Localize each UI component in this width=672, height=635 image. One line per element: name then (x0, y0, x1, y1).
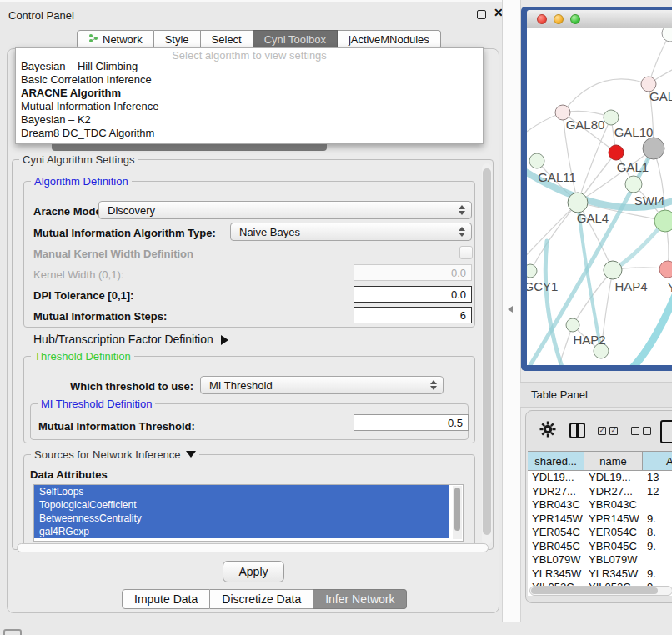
float-window-icon[interactable] (477, 10, 486, 19)
threshold-definition-title: Threshold Definition (31, 350, 134, 362)
table-cell: YDL19... (528, 471, 584, 485)
network-node[interactable] (609, 145, 624, 160)
algorithm-option[interactable]: Basic Correlation Inference (19, 73, 479, 87)
apply-button[interactable]: Apply (223, 561, 284, 582)
mi-steps-input[interactable] (354, 307, 472, 323)
which-threshold-label: Which threshold to use: (70, 380, 193, 392)
algorithm-option[interactable]: Dream8 DC_TDC Algorithm (19, 127, 479, 140)
network-icon (88, 33, 98, 46)
network-node[interactable] (643, 138, 664, 159)
table-row[interactable]: YBR045CYBR045C9. (528, 540, 672, 554)
algorithm-option[interactable]: Bayesian – K2 (19, 113, 479, 127)
sources-title[interactable]: Sources for Network Inference (31, 448, 199, 461)
mi-threshold-input[interactable] (354, 414, 469, 431)
checked-box-icon[interactable]: ✓ (609, 427, 618, 435)
attribute-item[interactable]: gal4RGexp (34, 525, 449, 538)
attributes-scrollbar-track[interactable] (453, 486, 462, 539)
table-cell: YPR145W (584, 512, 643, 527)
network-node[interactable] (527, 264, 537, 278)
table-row[interactable]: YDL19...YDL19...13 (528, 471, 672, 485)
gear-icon[interactable] (539, 421, 556, 441)
node-label: Y (668, 280, 672, 294)
tab-discretize-data[interactable]: Discretize Data (210, 589, 313, 609)
data-attributes-list[interactable]: SelfLoopsTopologicalCoefficientBetweenne… (33, 484, 464, 542)
table-cell: YDR27... (584, 485, 643, 499)
network-node[interactable] (568, 192, 588, 212)
node-label: HAP4 (614, 279, 647, 293)
tab-select[interactable]: Select (201, 30, 253, 49)
tab-impute-data[interactable]: Impute Data (122, 589, 210, 609)
attribute-item[interactable]: SelfLoops (34, 485, 449, 498)
page-icon[interactable] (660, 420, 672, 443)
zoom-button[interactable] (570, 14, 580, 24)
aracne-mode-select[interactable]: Discovery (98, 201, 472, 219)
network-canvas[interactable]: GALGAL80GAL10GAL1GAL11SWI4GAL4GCY1HAP4YH… (527, 28, 672, 365)
close-button[interactable] (537, 14, 547, 24)
table-panel-titlebar: Table Panel (520, 382, 672, 408)
settings-scrollbar-thumb[interactable] (483, 168, 491, 535)
table-row[interactable]: YBL079WYBL079W (528, 553, 672, 568)
network-node[interactable] (529, 153, 544, 168)
network-node[interactable] (604, 261, 622, 279)
table-cell: YBL079W (584, 553, 643, 568)
settings-horizontal-scrollbar[interactable] (17, 543, 489, 552)
table-column-header[interactable]: shared... (528, 452, 584, 470)
unchecked-box-icon[interactable] (631, 427, 639, 435)
which-threshold-select[interactable]: MI Threshold (200, 376, 444, 394)
network-node[interactable] (662, 28, 672, 42)
network-edge[interactable] (630, 295, 672, 365)
network-graph[interactable]: GALGAL80GAL10GAL1GAL11SWI4GAL4GCY1HAP4YH… (527, 28, 672, 365)
attributes-scrollbar-thumb[interactable] (454, 488, 460, 531)
table-hscroll-thumb[interactable] (531, 588, 658, 594)
algorithm-option[interactable]: Bayesian – Hill Climbing (19, 60, 479, 73)
table-row[interactable]: YER054CYER054C8. (528, 526, 672, 540)
tab-infer-network[interactable]: Infer Network (313, 589, 407, 609)
table-row[interactable]: YBR043CYBR043C (528, 498, 672, 512)
node-table: shared...nameA YDL19...YDL19...13YDR27..… (528, 451, 672, 596)
table-column-header[interactable]: A (643, 452, 672, 470)
dpi-tolerance-input[interactable] (354, 286, 472, 302)
tab-jactivemnodules[interactable]: jActiveMNodules (338, 30, 441, 49)
algorithm-option[interactable]: Mutual Information Inference (19, 100, 479, 113)
manual-kernel-checkbox[interactable] (459, 246, 473, 259)
network-node[interactable] (625, 176, 642, 192)
algorithm-dropdown-popup: Select algorithm to view settings Bayesi… (15, 48, 484, 144)
tab-cyni-toolbox[interactable]: Cyni Toolbox (253, 30, 338, 49)
table-cell: 9. (643, 568, 672, 582)
checked-box-icon[interactable]: ✓ (598, 427, 606, 435)
node-label: GCY1 (527, 279, 558, 293)
algorithm-option[interactable]: ARACNE Algorithm (19, 87, 479, 100)
network-edge[interactable] (563, 79, 649, 112)
table-horizontal-scrollbar[interactable] (529, 586, 672, 596)
network-node[interactable] (654, 210, 672, 232)
hub-definition-toggle[interactable]: Hub/Transcription Factor Definition (33, 332, 228, 346)
minimize-button[interactable] (554, 14, 564, 24)
network-node[interactable] (659, 261, 672, 278)
data-attributes-label: Data Attributes (30, 468, 108, 481)
expand-right-icon (221, 335, 228, 345)
minimized-panel-icon[interactable] (3, 629, 22, 635)
tab-network[interactable]: Network (77, 30, 154, 49)
network-edge[interactable] (530, 202, 578, 271)
kernel-width-input[interactable] (354, 264, 472, 281)
columns-icon[interactable] (569, 422, 585, 438)
unchecked-box-icon[interactable] (643, 427, 651, 435)
table-column-header[interactable]: name (584, 452, 643, 470)
network-node[interactable] (604, 110, 619, 125)
table-cell: YBL079W (528, 553, 584, 568)
control-panel-tabbar: Network Style Select Cyni Toolbox jActiv… (77, 30, 441, 49)
attribute-item[interactable]: BetweennessCentrality (34, 512, 449, 525)
tab-style[interactable]: Style (154, 30, 201, 49)
table-row[interactable]: YPR145WYPR145W9. (528, 512, 672, 527)
divider-collapse-handle[interactable] (508, 306, 513, 312)
table-cell: 9. (643, 512, 672, 527)
attribute-item[interactable]: TopologicalCoefficient (34, 498, 449, 512)
mi-type-select[interactable]: Naive Bayes (230, 222, 472, 241)
table-row[interactable]: YDR27...YDR27...12 (528, 485, 672, 499)
spinner-arrows-icon (430, 380, 437, 390)
network-node[interactable] (566, 318, 579, 332)
table-cell: YBR045C (528, 540, 584, 554)
network-window-titlebar[interactable] (527, 10, 672, 29)
table-row[interactable]: YLR345WYLR345W9. (528, 568, 672, 582)
network-edge[interactable] (545, 241, 562, 365)
